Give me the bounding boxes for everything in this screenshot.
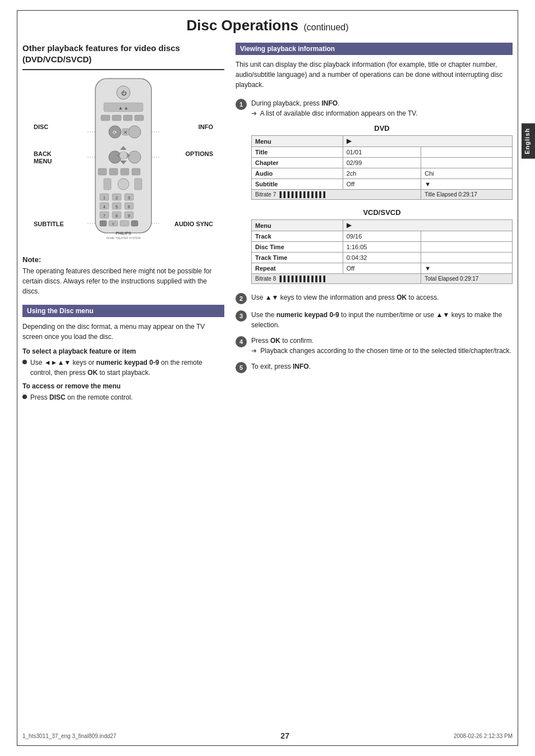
bullet-dot-2: [22, 395, 27, 399]
dvd-row-subtitle-extra: ▼: [421, 179, 513, 190]
page-title-main: Disc Operations: [186, 17, 298, 34]
svg-rect-25: [104, 178, 111, 190]
dvd-footer-elapsed: Title Elapsed 0:29:17: [421, 190, 513, 200]
svg-point-11: [128, 126, 141, 138]
footer-date: 2008-02-26 2:12:33 PM: [454, 733, 513, 739]
svg-rect-22: [109, 168, 118, 175]
page-border-top: [17, 10, 518, 11]
svg-rect-6: [112, 115, 121, 121]
svg-text:2: 2: [116, 196, 118, 200]
step-1-text: During playback, press INFO. ➜ A list of…: [251, 98, 513, 118]
svg-point-15: [128, 151, 141, 163]
remote-area: DISC BACKMENU SUBTITLE INFO OPTIONS AUDI…: [22, 76, 224, 250]
vcd-row-disctime-label: Disc Time: [252, 242, 343, 253]
vcd-row-disctime-val: 1:16:05: [343, 242, 421, 253]
dvd-row-chapter-extra: [421, 158, 513, 168]
page-border-left: [17, 10, 17, 746]
svg-text:⟳: ⟳: [113, 130, 117, 135]
svg-text:5: 5: [116, 205, 118, 209]
svg-text:HOME THEATER SYSTEM: HOME THEATER SYSTEM: [106, 236, 140, 240]
step-5-text: To exit, press INFO.: [251, 361, 513, 372]
note-title: Note:: [22, 255, 224, 264]
page-number: 27: [280, 731, 289, 740]
svg-rect-23: [121, 168, 129, 175]
remote-svg: ⏻ ▲ ▲ ⟳ ✕: [84, 76, 163, 244]
audio-sync-label: AUDIO SYNC: [174, 221, 213, 227]
vcd-row-track-val: 09/16: [343, 231, 421, 242]
svg-rect-49: [120, 221, 129, 226]
sub1-bullet: Use ◄►▲▼ keys or numeric keypad 0-9 on t…: [22, 358, 224, 378]
step-3: 3 Use the numeric keypad 0-9 to input th…: [236, 310, 513, 330]
right-column: Viewing playback information This unit c…: [236, 43, 513, 411]
viewing-section: Viewing playback information This unit c…: [236, 43, 513, 90]
svg-point-26: [118, 178, 129, 190]
svg-text:6: 6: [128, 205, 130, 209]
svg-text:⏻: ⏻: [121, 90, 127, 96]
svg-text:1: 1: [103, 196, 105, 200]
dvd-row-chapter-label: Chapter: [252, 158, 343, 168]
dvd-row-title-label: Title: [252, 147, 343, 158]
step-5-num: 5: [236, 362, 247, 373]
svg-text:3: 3: [128, 196, 130, 200]
vcd-header-arrow: ▶: [343, 220, 512, 231]
note-text: The operating features described here mi…: [22, 266, 224, 296]
vcd-label: VCD/SVCD: [251, 208, 513, 217]
svg-text:✕: ✕: [123, 130, 128, 135]
subtitle-label: SUBTITLE: [34, 221, 64, 227]
main-layout: Other playback features for video discs …: [0, 43, 535, 422]
svg-rect-50: [131, 221, 138, 226]
dvd-row-subtitle-val: Off: [343, 179, 421, 190]
dvd-row-audio-extra: Chi: [421, 168, 513, 179]
left-heading: Other playback features for video discs …: [22, 43, 224, 70]
vcd-row-repeat-val: Off: [343, 263, 421, 274]
step-2-text: Use ▲▼ keys to view the information and …: [251, 292, 513, 303]
svg-rect-46: [100, 221, 107, 226]
info-label: INFO: [199, 123, 213, 130]
vcd-footer-bitrate: Bitrate 8 ▐▐▐▐▐▐▐▐▐▐▐▐: [252, 274, 421, 284]
dvd-footer-bitrate: Bitrate 7 ▐▐▐▐▐▐▐▐▐▐▐▐: [252, 190, 421, 200]
disc-label: DISC: [34, 123, 48, 130]
vcd-row-track-label: Track: [252, 231, 343, 242]
page-title-sub: (continued): [303, 22, 348, 32]
sub1-heading: To select a playback feature or item: [22, 347, 224, 355]
page-border-right: [518, 10, 518, 746]
step-5: 5 To exit, press INFO.: [236, 361, 513, 373]
svg-point-20: [119, 152, 127, 159]
viewing-text: This unit can display the disc playback …: [236, 59, 513, 90]
dvd-row-audio-val: 2ch: [343, 168, 421, 179]
note-section: Note: The operating features described h…: [22, 255, 224, 296]
bullet-dot-1: [22, 360, 27, 364]
viewing-title: Viewing playback information: [236, 43, 513, 55]
vcd-header-menu: Menu: [252, 220, 343, 231]
step-1-num: 1: [236, 99, 247, 110]
svg-text:9: 9: [128, 214, 130, 218]
step-2-num: 2: [236, 293, 247, 304]
vcd-row-repeat-extra: ▼: [421, 263, 513, 274]
step-4-text: Press OK to confirm. ➜ Playback changes …: [251, 336, 513, 356]
footer-file: 1_hts3011_37_eng 3_final809.indd27: [22, 733, 116, 739]
dvd-section: DVD Menu ▶ Title 01/01 Chapter 02/99 A: [236, 124, 513, 200]
vcd-row-repeat-label: Repeat: [252, 263, 343, 274]
sub2-heading: To access or remove the menu: [22, 382, 224, 390]
disc-menu-title: Using the Disc menu: [22, 305, 224, 317]
dvd-row-subtitle-label: Subtitle: [252, 179, 343, 190]
disc-menu-text: Depending on the disc format, a menu may…: [22, 322, 224, 342]
svg-rect-8: [135, 115, 144, 121]
dvd-row-title-extra: [421, 147, 513, 158]
step-1: 1 During playback, press INFO. ➜ A list …: [236, 98, 513, 118]
page-footer: 1_hts3011_37_eng 3_final809.indd27 27 20…: [0, 727, 535, 745]
vcd-row-tracktime-val: 0:04:32: [343, 253, 421, 263]
english-tab: English: [522, 123, 535, 159]
page-header: Disc Operations (continued): [0, 0, 535, 43]
vcd-row-track-extra: [421, 231, 513, 242]
sub1-bullet-text: Use ◄►▲▼ keys or numeric keypad 0-9 on t…: [30, 358, 224, 378]
step-3-text: Use the numeric keypad 0-9 to input the …: [251, 310, 513, 330]
dvd-header-arrow: ▶: [343, 136, 512, 147]
step-2: 2 Use ▲▼ keys to view the information an…: [236, 292, 513, 304]
svg-rect-5: [101, 115, 110, 121]
dvd-header-menu: Menu: [252, 136, 343, 147]
svg-text:PHILIPS: PHILIPS: [116, 231, 131, 235]
vcd-row-tracktime-extra: [421, 253, 513, 263]
dvd-label: DVD: [251, 124, 513, 132]
svg-rect-24: [132, 168, 140, 175]
